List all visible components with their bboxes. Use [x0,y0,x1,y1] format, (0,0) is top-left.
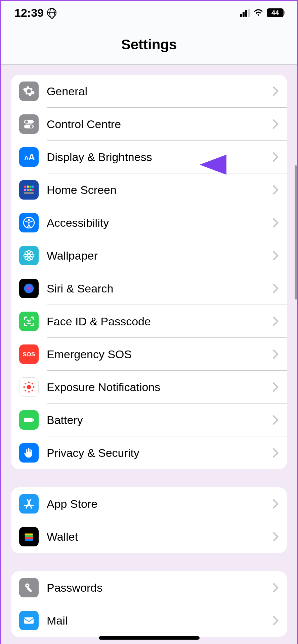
svg-point-31 [28,381,30,383]
home-grid-icon [19,180,39,200]
toggles-icon [19,114,39,134]
svg-point-26 [24,284,34,293]
battery-indicator: 44 [267,8,284,17]
settings-row-passwords[interactable]: Passwords [11,571,287,604]
row-label: Accessibility [47,216,273,229]
wifi-icon [253,6,263,19]
svg-rect-10 [24,189,26,191]
chevron-right-icon [273,532,279,541]
row-label: Passwords [47,581,273,594]
settings-row-face-id-passcode[interactable]: Face ID & Passcode [11,305,287,338]
chevron-right-icon [273,583,279,592]
row-label: Display & Brightness [47,151,273,164]
chevron-right-icon [273,415,279,425]
battery-icon [19,410,39,430]
chevron-right-icon [273,499,279,508]
chevron-right-icon [273,218,279,227]
chevron-right-icon [273,616,279,625]
settings-row-battery[interactable]: Battery [11,404,287,436]
chevron-right-icon [273,448,279,458]
svg-text:A: A [28,152,35,162]
siri-icon [19,279,39,298]
svg-point-38 [32,390,33,391]
svg-rect-9 [32,185,34,187]
row-label: Wallpaper [47,249,273,262]
svg-point-28 [30,320,31,321]
svg-rect-7 [27,185,29,187]
row-label: Privacy & Security [47,446,273,460]
chevron-right-icon [273,87,279,96]
face-id-icon [19,312,39,331]
settings-row-general[interactable]: General [11,75,287,108]
chevron-right-icon [273,152,279,162]
row-label: App Store [47,497,273,511]
accessibility-icon [19,213,39,232]
settings-row-control-centre[interactable]: Control Centre [11,108,287,141]
settings-row-emergency-sos[interactable]: SOS Emergency SOS [11,338,287,371]
key-icon [19,578,39,597]
svg-point-3 [30,125,33,128]
row-label: Face ID & Passcode [47,315,273,328]
scroll-indicator [295,165,297,300]
row-label: Control Centre [47,118,273,131]
svg-rect-47 [24,618,34,624]
flower-icon [19,246,39,265]
settings-group-1: General Control Centre AA Display & Brig… [11,75,287,469]
gear-icon [19,82,39,101]
svg-rect-13 [32,189,34,191]
svg-text:SOS: SOS [23,351,35,358]
status-bar: 12:39 44 [1,1,297,24]
row-label: Home Screen [47,183,273,197]
row-label: Emergency SOS [47,348,273,361]
svg-point-1 [25,120,28,123]
svg-point-37 [25,390,26,391]
svg-point-33 [23,386,25,388]
chevron-right-icon [273,317,279,326]
globe-icon [47,8,56,17]
exposure-icon [19,377,39,397]
svg-rect-43 [25,537,33,539]
row-label: Mail [47,614,273,627]
svg-point-34 [33,386,35,388]
settings-group-2: App Store Wallet [11,487,287,553]
svg-rect-11 [27,189,29,191]
chevron-right-icon [273,284,279,293]
svg-point-16 [28,219,30,221]
svg-rect-42 [25,535,33,537]
app-store-icon [19,494,39,514]
row-label: Battery [47,414,273,427]
svg-rect-14 [24,192,34,194]
settings-row-exposure-notifications[interactable]: Exposure Notifications [11,371,287,404]
hand-icon [19,443,39,463]
settings-row-privacy-security[interactable]: Privacy & Security [11,436,287,469]
svg-rect-40 [33,419,34,421]
settings-row-wallet[interactable]: Wallet [11,520,287,553]
text-size-icon: AA [19,147,39,167]
settings-row-display-brightness[interactable]: AA Display & Brightness [11,141,287,173]
home-indicator[interactable] [99,636,200,640]
chevron-right-icon [273,251,279,260]
settings-row-siri-search[interactable]: Siri & Search [11,272,287,305]
svg-point-17 [28,254,30,257]
wallet-icon [19,527,39,546]
svg-point-46 [27,585,28,586]
mail-icon [19,611,39,630]
row-label: Siri & Search [47,282,273,295]
settings-group-3: Passwords Mail [11,571,287,637]
battery-percent: 44 [271,9,279,17]
settings-row-app-store[interactable]: App Store [11,487,287,520]
svg-rect-41 [25,534,33,535]
row-label: Exposure Notifications [47,381,273,394]
settings-row-wallpaper[interactable]: Wallpaper [11,239,287,272]
svg-point-30 [27,385,31,389]
sos-icon: SOS [19,344,39,364]
svg-rect-12 [30,189,32,191]
svg-rect-39 [24,418,33,422]
settings-row-mail[interactable]: Mail [11,604,287,637]
cellular-icon [240,9,250,17]
settings-row-home-screen[interactable]: Home Screen [11,173,287,206]
chevron-right-icon [273,185,279,195]
svg-point-36 [32,383,33,384]
svg-rect-44 [25,539,33,541]
settings-row-accessibility[interactable]: Accessibility [11,206,287,239]
